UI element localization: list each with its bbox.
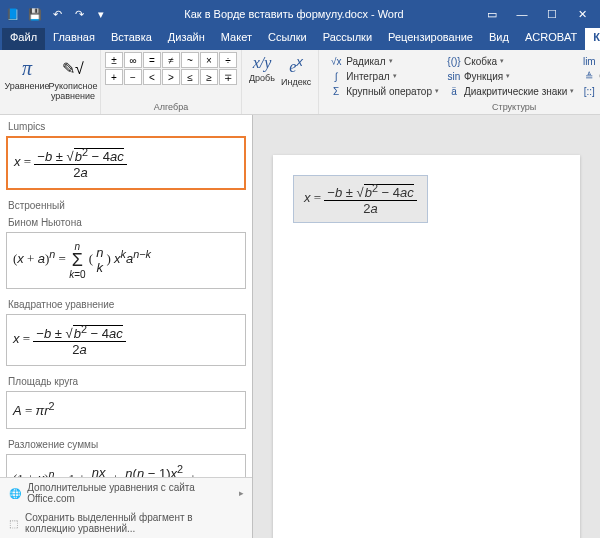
chevron-right-icon: ▸ <box>239 488 244 498</box>
title-bar: 📘 💾 ↶ ↷ ▾ Как в Ворде вставить формулу.d… <box>0 0 600 28</box>
group-structures-small: x/y Дробь ex Индекс <box>242 50 319 114</box>
pi-icon: π <box>13 54 41 82</box>
sigma-icon: Σ <box>329 84 343 98</box>
ink-icon: ✎√ <box>59 54 87 82</box>
symbol-minus[interactable]: − <box>124 69 142 85</box>
structures-label: Структуры <box>323 101 600 112</box>
tab-insert[interactable]: Вставка <box>103 28 160 50</box>
eq-item-binom[interactable]: (x + a)n = nΣk=0 (nk) xkan−k <box>6 232 246 288</box>
matrix-button[interactable]: [::]Матрица▾ <box>582 84 600 98</box>
title-circle: Площадь круга <box>2 372 250 389</box>
tab-home[interactable]: Главная <box>45 28 103 50</box>
ribbon-options-icon[interactable]: ▭ <box>478 4 506 24</box>
word-icon: 📘 <box>4 5 22 23</box>
tab-constructor[interactable]: Конструктор <box>585 28 600 50</box>
fraction-button[interactable]: x/y Дробь <box>246 52 278 85</box>
title-quadratic: Квадратное уравнение <box>2 295 250 312</box>
limit-log-button[interactable]: limПредел и логарифм▾ <box>582 54 600 68</box>
large-op-button[interactable]: ΣКрупный оператор▾ <box>329 84 439 98</box>
symbol-inf[interactable]: ∞ <box>124 52 142 68</box>
bracket-icon: {()} <box>447 54 461 68</box>
minimize-icon[interactable]: — <box>508 4 536 24</box>
integral-button[interactable]: ∫Интеграл▾ <box>329 69 439 83</box>
symbol-mp[interactable]: ∓ <box>219 69 237 85</box>
undo-icon[interactable]: ↶ <box>48 5 66 23</box>
section-lumpics: Lumpics <box>2 117 250 134</box>
chevron-down-icon: ▾ <box>389 57 393 65</box>
save-icon[interactable]: 💾 <box>26 5 44 23</box>
tab-mailings[interactable]: Рассылки <box>315 28 380 50</box>
window-controls: ▭ — ☐ ✕ <box>478 4 596 24</box>
symbol-grid: ± ∞ = ≠ ~ × ÷ + − < > ≤ ≥ ∓ <box>105 52 237 85</box>
equation-button[interactable]: π Уравнение <box>4 52 50 104</box>
redo-icon[interactable]: ↷ <box>70 5 88 23</box>
chevron-down-icon: ▾ <box>435 87 439 95</box>
gallery-scroll[interactable]: Lumpics x = −b ± b2 − 4ac2a Встроенный Б… <box>0 115 252 477</box>
document-title: Как в Ворде вставить формулу.docx - Word <box>110 8 478 20</box>
chevron-down-icon: ▾ <box>500 57 504 65</box>
function-button[interactable]: sinФункция▾ <box>447 69 574 83</box>
symbol-times[interactable]: × <box>200 52 218 68</box>
symbol-lt[interactable]: < <box>143 69 161 85</box>
operator-button[interactable]: ≜Оператор▾ <box>582 69 600 83</box>
document-area[interactable]: x = −b ± b2 − 4ac2a <box>253 115 600 538</box>
document-page[interactable]: x = −b ± b2 − 4ac2a <box>273 155 580 538</box>
ribbon-tabs: Файл Главная Вставка Дизайн Макет Ссылки… <box>0 28 600 50</box>
matrix-icon: [::] <box>582 84 596 98</box>
more-equations-link[interactable]: 🌐 Дополнительные уравнения с сайта Offic… <box>0 478 252 508</box>
symbol-tilde[interactable]: ~ <box>181 52 199 68</box>
tab-file[interactable]: Файл <box>2 28 45 50</box>
formula-quadratic-selected: x = −b ± b2 − 4ac2a <box>14 146 127 180</box>
gallery-footer: 🌐 Дополнительные уравнения с сайта Offic… <box>0 477 252 538</box>
limit-icon: lim <box>582 54 596 68</box>
inserted-equation[interactable]: x = −b ± b2 − 4ac2a <box>293 175 428 223</box>
bracket-button[interactable]: {()}Скобка▾ <box>447 54 574 68</box>
symbol-plus[interactable]: + <box>105 69 123 85</box>
save-fragment-icon: ⬚ <box>8 516 19 530</box>
tab-layout[interactable]: Макет <box>213 28 260 50</box>
operator-icon: ≜ <box>582 69 596 83</box>
formula-sum-expansion: (1 + x)n = 1 + nx1! + n(n − 1)x22! + ⋯ <box>13 463 213 477</box>
radical-button[interactable]: √xРадикал▾ <box>329 54 439 68</box>
quick-access-toolbar: 📘 💾 ↶ ↷ ▾ <box>4 5 110 23</box>
symbol-div[interactable]: ÷ <box>219 52 237 68</box>
equation-gallery: Lumpics x = −b ± b2 − 4ac2a Встроенный Б… <box>0 115 253 538</box>
close-icon[interactable]: ✕ <box>568 4 596 24</box>
eq-item-quadratic[interactable]: x = −b ± b2 − 4ac2a <box>6 314 246 366</box>
tab-acrobat[interactable]: ACROBAT <box>517 28 585 50</box>
group-symbols: ± ∞ = ≠ ~ × ÷ + − < > ≤ ≥ ∓ Алгебра <box>101 50 242 114</box>
tab-design[interactable]: Дизайн <box>160 28 213 50</box>
chevron-down-icon: ▾ <box>506 72 510 80</box>
tab-references[interactable]: Ссылки <box>260 28 315 50</box>
symbol-neq[interactable]: ≠ <box>162 52 180 68</box>
formula-quadratic: x = −b ± b2 − 4ac2a <box>13 323 126 357</box>
chevron-down-icon: ▾ <box>570 87 574 95</box>
symbol-le[interactable]: ≤ <box>181 69 199 85</box>
diacritic-button[interactable]: äДиакритические знаки▾ <box>447 84 574 98</box>
formula-circle: A = πr2 <box>13 400 55 419</box>
symbol-gt[interactable]: > <box>162 69 180 85</box>
fraction-icon: x/y <box>253 54 272 72</box>
tab-view[interactable]: Вид <box>481 28 517 50</box>
chevron-down-icon: ▾ <box>393 72 397 80</box>
symbol-ge[interactable]: ≥ <box>200 69 218 85</box>
formula-binom: (x + a)n = nΣk=0 (nk) xkan−k <box>13 241 151 279</box>
group-structures: √xРадикал▾ {()}Скобка▾ limПредел и логар… <box>319 50 600 114</box>
symbol-pm[interactable]: ± <box>105 52 123 68</box>
group-tools: π Уравнение ✎√ Рукописное уравнение <box>0 50 101 114</box>
qat-dropdown-icon[interactable]: ▾ <box>92 5 110 23</box>
index-button[interactable]: ex Индекс <box>278 52 314 89</box>
section-builtin: Встроенный <box>2 196 250 213</box>
eq-item-lumpics[interactable]: x = −b ± b2 − 4ac2a <box>6 136 246 190</box>
symbol-eq[interactable]: = <box>143 52 161 68</box>
algebra-label: Алгебра <box>105 101 237 112</box>
workspace: Lumpics x = −b ± b2 − 4ac2a Встроенный Б… <box>0 115 600 538</box>
save-selection-link[interactable]: ⬚ Сохранить выделенный фрагмент в коллек… <box>0 508 252 538</box>
ink-equation-button[interactable]: ✎√ Рукописное уравнение <box>50 52 96 104</box>
eq-item-circle[interactable]: A = πr2 <box>6 391 246 429</box>
eq-item-sum-expansion[interactable]: (1 + x)n = 1 + nx1! + n(n − 1)x22! + ⋯ <box>6 454 246 477</box>
globe-icon: 🌐 <box>8 486 21 500</box>
maximize-icon[interactable]: ☐ <box>538 4 566 24</box>
diacritic-icon: ä <box>447 84 461 98</box>
tab-review[interactable]: Рецензирование <box>380 28 481 50</box>
